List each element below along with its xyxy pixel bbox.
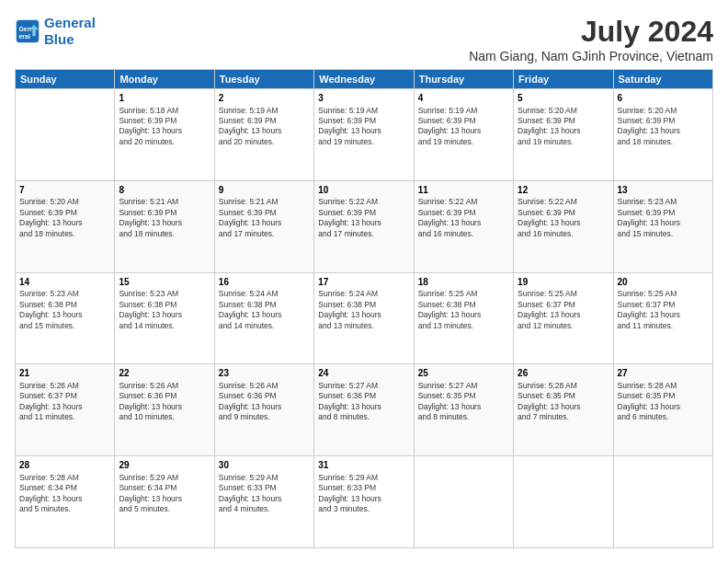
day-number: 21 [19,367,110,380]
day-number: 24 [318,367,409,380]
week-row-1: 7Sunrise: 5:20 AM Sunset: 6:39 PM Daylig… [16,180,713,272]
day-number: 3 [318,92,409,105]
weekday-header-thursday: Thursday [414,70,513,89]
week-row-0: 1Sunrise: 5:18 AM Sunset: 6:39 PM Daylig… [16,89,713,181]
calendar-cell: 16Sunrise: 5:24 AM Sunset: 6:38 PM Dayli… [214,272,313,364]
day-number: 22 [119,367,210,380]
day-info: Sunrise: 5:18 AM Sunset: 6:39 PM Dayligh… [119,106,210,148]
day-info: Sunrise: 5:29 AM Sunset: 6:33 PM Dayligh… [219,473,310,515]
calendar-cell: 1Sunrise: 5:18 AM Sunset: 6:39 PM Daylig… [115,89,214,181]
day-number: 6 [618,92,709,105]
day-number: 11 [418,184,509,197]
week-row-2: 14Sunrise: 5:23 AM Sunset: 6:38 PM Dayli… [16,272,713,364]
day-info: Sunrise: 5:24 AM Sunset: 6:38 PM Dayligh… [318,289,409,331]
day-info: Sunrise: 5:25 AM Sunset: 6:38 PM Dayligh… [418,289,509,331]
day-number: 27 [618,367,709,380]
day-info: Sunrise: 5:24 AM Sunset: 6:38 PM Dayligh… [219,289,310,331]
calendar-cell: 20Sunrise: 5:25 AM Sunset: 6:37 PM Dayli… [613,272,712,364]
svg-text:eral: eral [18,33,30,40]
day-number: 10 [318,184,409,197]
svg-text:Gen: Gen [18,26,31,32]
weekday-header-saturday: Saturday [613,70,712,89]
week-row-3: 21Sunrise: 5:26 AM Sunset: 6:37 PM Dayli… [16,364,713,456]
calendar-cell: 9Sunrise: 5:21 AM Sunset: 6:39 PM Daylig… [214,180,313,272]
day-info: Sunrise: 5:23 AM Sunset: 6:38 PM Dayligh… [119,289,210,331]
day-info: Sunrise: 5:19 AM Sunset: 6:39 PM Dayligh… [219,106,310,148]
day-info: Sunrise: 5:19 AM Sunset: 6:39 PM Dayligh… [318,106,409,148]
header: Gen eral General Blue July 2024 Nam Gian… [15,15,713,63]
day-info: Sunrise: 5:26 AM Sunset: 6:37 PM Dayligh… [19,381,110,423]
calendar-cell: 19Sunrise: 5:25 AM Sunset: 6:37 PM Dayli… [514,272,613,364]
main-title: July 2024 [469,15,713,49]
day-info: Sunrise: 5:28 AM Sunset: 6:34 PM Dayligh… [19,473,110,515]
calendar-cell [414,456,513,548]
logo-line1: General [44,15,96,30]
weekday-header-monday: Monday [115,70,214,89]
calendar-cell: 6Sunrise: 5:20 AM Sunset: 6:39 PM Daylig… [613,89,712,181]
day-number: 1 [119,92,210,105]
logo-icon: Gen eral [15,18,40,44]
day-number: 23 [219,367,310,380]
calendar-cell: 12Sunrise: 5:22 AM Sunset: 6:39 PM Dayli… [514,180,613,272]
day-info: Sunrise: 5:26 AM Sunset: 6:36 PM Dayligh… [219,381,310,423]
calendar-cell: 25Sunrise: 5:27 AM Sunset: 6:35 PM Dayli… [414,364,513,456]
day-number: 30 [219,459,310,472]
day-number: 17 [318,276,409,289]
day-number: 28 [19,459,110,472]
day-info: Sunrise: 5:20 AM Sunset: 6:39 PM Dayligh… [19,197,110,239]
subtitle: Nam Giang, Nam GJinh Province, Vietnam [469,49,713,63]
day-number: 16 [219,276,310,289]
day-number: 15 [119,276,210,289]
day-number: 18 [418,276,509,289]
day-info: Sunrise: 5:26 AM Sunset: 6:36 PM Dayligh… [119,381,210,423]
calendar-cell: 14Sunrise: 5:23 AM Sunset: 6:38 PM Dayli… [16,272,115,364]
weekday-header-sunday: Sunday [16,70,115,89]
week-row-4: 28Sunrise: 5:28 AM Sunset: 6:34 PM Dayli… [16,456,713,548]
day-info: Sunrise: 5:19 AM Sunset: 6:39 PM Dayligh… [418,106,509,148]
calendar-cell: 3Sunrise: 5:19 AM Sunset: 6:39 PM Daylig… [314,89,414,181]
calendar-cell: 21Sunrise: 5:26 AM Sunset: 6:37 PM Dayli… [16,364,115,456]
calendar-cell: 18Sunrise: 5:25 AM Sunset: 6:38 PM Dayli… [414,272,513,364]
calendar-cell: 10Sunrise: 5:22 AM Sunset: 6:39 PM Dayli… [314,180,414,272]
day-number: 4 [418,92,509,105]
day-info: Sunrise: 5:25 AM Sunset: 6:37 PM Dayligh… [618,289,709,331]
weekday-header-wednesday: Wednesday [314,70,414,89]
logo-line2: Blue [44,31,74,47]
logo: Gen eral General Blue [15,15,96,48]
calendar-cell: 26Sunrise: 5:28 AM Sunset: 6:35 PM Dayli… [514,364,613,456]
day-info: Sunrise: 5:28 AM Sunset: 6:35 PM Dayligh… [618,381,709,423]
calendar-cell: 11Sunrise: 5:22 AM Sunset: 6:39 PM Dayli… [414,180,513,272]
calendar-table: SundayMondayTuesdayWednesdayThursdayFrid… [15,69,713,548]
day-number: 25 [418,367,509,380]
calendar-cell: 15Sunrise: 5:23 AM Sunset: 6:38 PM Dayli… [115,272,214,364]
day-info: Sunrise: 5:22 AM Sunset: 6:39 PM Dayligh… [518,197,609,239]
page: Gen eral General Blue July 2024 Nam Gian… [0,0,728,563]
calendar-cell [514,456,613,548]
day-number: 7 [19,184,110,197]
day-info: Sunrise: 5:20 AM Sunset: 6:39 PM Dayligh… [518,106,609,148]
day-number: 8 [119,184,210,197]
day-info: Sunrise: 5:20 AM Sunset: 6:39 PM Dayligh… [618,106,709,148]
calendar-cell: 28Sunrise: 5:28 AM Sunset: 6:34 PM Dayli… [16,456,115,548]
day-info: Sunrise: 5:22 AM Sunset: 6:39 PM Dayligh… [318,197,409,239]
day-number: 2 [219,92,310,105]
calendar-cell: 8Sunrise: 5:21 AM Sunset: 6:39 PM Daylig… [115,180,214,272]
day-number: 19 [518,276,609,289]
calendar-cell: 27Sunrise: 5:28 AM Sunset: 6:35 PM Dayli… [613,364,712,456]
calendar-cell [16,89,115,181]
day-number: 12 [518,184,609,197]
calendar-cell: 17Sunrise: 5:24 AM Sunset: 6:38 PM Dayli… [314,272,414,364]
calendar-cell: 4Sunrise: 5:19 AM Sunset: 6:39 PM Daylig… [414,89,513,181]
calendar-cell: 23Sunrise: 5:26 AM Sunset: 6:36 PM Dayli… [214,364,313,456]
day-info: Sunrise: 5:21 AM Sunset: 6:39 PM Dayligh… [219,197,310,239]
day-info: Sunrise: 5:25 AM Sunset: 6:37 PM Dayligh… [518,289,609,331]
calendar-cell: 13Sunrise: 5:23 AM Sunset: 6:39 PM Dayli… [613,180,712,272]
weekday-header-friday: Friday [514,70,613,89]
day-info: Sunrise: 5:22 AM Sunset: 6:39 PM Dayligh… [418,197,509,239]
day-number: 5 [518,92,609,105]
day-number: 14 [19,276,110,289]
calendar-cell: 22Sunrise: 5:26 AM Sunset: 6:36 PM Dayli… [115,364,214,456]
day-info: Sunrise: 5:23 AM Sunset: 6:38 PM Dayligh… [19,289,110,331]
weekday-header-row: SundayMondayTuesdayWednesdayThursdayFrid… [16,70,713,89]
calendar-cell: 31Sunrise: 5:29 AM Sunset: 6:33 PM Dayli… [314,456,414,548]
